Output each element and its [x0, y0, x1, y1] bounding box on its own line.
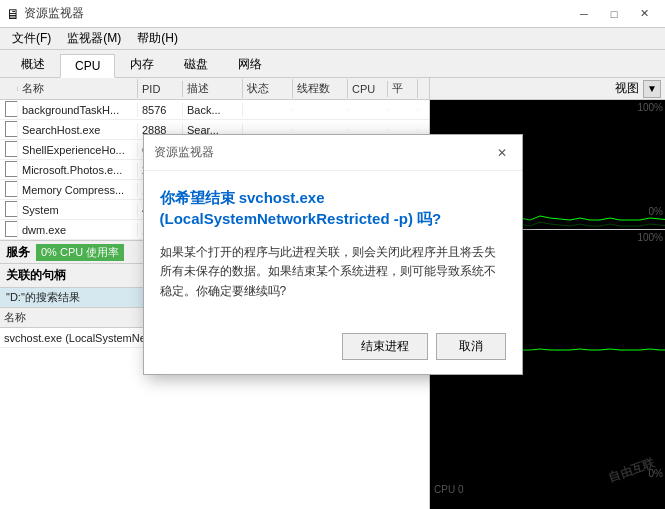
dialog-close-button[interactable]: ✕ [492, 143, 512, 163]
dialog-title-bar: 资源监视器 ✕ [144, 135, 522, 171]
dialog-heading: 你希望结束 svchost.exe(LocalSystemNetworkRest… [160, 187, 506, 229]
confirm-dialog: 资源监视器 ✕ 你希望结束 svchost.exe(LocalSystemNet… [143, 134, 523, 375]
dialog-overlay: 资源监视器 ✕ 你希望结束 svchost.exe(LocalSystemNet… [0, 0, 665, 509]
dialog-buttons: 结束进程 取消 [144, 325, 522, 374]
dialog-title-text: 资源监视器 [154, 144, 214, 161]
confirm-button[interactable]: 结束进程 [342, 333, 428, 360]
cancel-button[interactable]: 取消 [436, 333, 506, 360]
dialog-body: 你希望结束 svchost.exe(LocalSystemNetworkRest… [144, 171, 522, 325]
dialog-body-text: 如果某个打开的程序与此进程关联，则会关闭此程序并且将丢失所有未保存的数据。如果结… [160, 243, 506, 301]
